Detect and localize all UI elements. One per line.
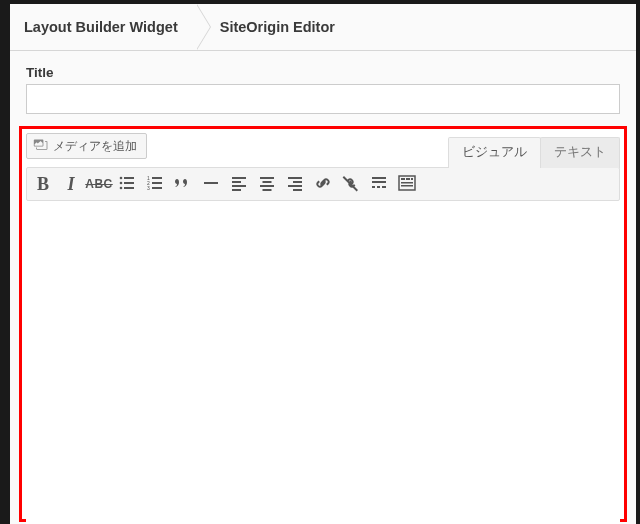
- unlink-icon: [341, 173, 361, 196]
- title-input[interactable]: [26, 84, 620, 114]
- media-icon: [33, 137, 49, 156]
- toolbar-toggle-icon: [397, 173, 417, 196]
- align-center-button[interactable]: [253, 170, 281, 198]
- svg-point-2: [120, 181, 123, 184]
- editor-toolbar: B I ABC 123: [26, 167, 620, 201]
- svg-rect-28: [377, 186, 380, 188]
- editor-highlight-box: メディアを追加 ビジュアル テキスト B I ABC: [19, 126, 627, 522]
- svg-rect-7: [152, 177, 162, 179]
- unlink-button[interactable]: [337, 170, 365, 198]
- svg-rect-5: [124, 187, 134, 189]
- svg-rect-32: [406, 178, 410, 180]
- svg-rect-17: [260, 177, 274, 179]
- svg-point-0: [120, 176, 123, 179]
- breadcrumb-item-siteorigin-editor[interactable]: SiteOrigin Editor: [196, 4, 353, 50]
- svg-rect-24: [293, 189, 302, 191]
- svg-rect-29: [382, 186, 386, 188]
- insert-link-button[interactable]: [309, 170, 337, 198]
- bullet-list-icon: [117, 173, 137, 196]
- editor-mode-tabs: ビジュアル テキスト: [449, 133, 620, 167]
- align-left-icon: [229, 173, 249, 196]
- tab-text[interactable]: テキスト: [540, 137, 620, 168]
- breadcrumb: Layout Builder Widget SiteOrigin Editor: [10, 4, 636, 51]
- svg-rect-33: [411, 178, 413, 180]
- svg-rect-3: [124, 182, 134, 184]
- svg-rect-15: [232, 185, 246, 187]
- breadcrumb-label: Layout Builder Widget: [24, 19, 178, 35]
- svg-rect-16: [232, 189, 241, 191]
- svg-rect-13: [232, 177, 246, 179]
- add-media-button[interactable]: メディアを追加: [26, 133, 147, 159]
- tab-label: ビジュアル: [462, 145, 527, 159]
- blockquote-icon: [173, 173, 193, 196]
- toolbar-toggle-button[interactable]: [393, 170, 421, 198]
- svg-rect-19: [260, 185, 274, 187]
- bold-button[interactable]: B: [29, 170, 57, 198]
- svg-rect-18: [263, 181, 272, 183]
- numbered-list-button[interactable]: 123: [141, 170, 169, 198]
- read-more-icon: [369, 173, 389, 196]
- svg-rect-11: [152, 187, 162, 189]
- svg-rect-23: [288, 185, 302, 187]
- svg-rect-25: [372, 177, 386, 179]
- align-right-icon: [285, 173, 305, 196]
- align-center-icon: [257, 173, 277, 196]
- svg-rect-21: [288, 177, 302, 179]
- breadcrumb-label: SiteOrigin Editor: [220, 19, 335, 35]
- svg-rect-27: [372, 186, 375, 188]
- svg-rect-35: [401, 185, 413, 187]
- bullet-list-button[interactable]: [113, 170, 141, 198]
- svg-rect-22: [293, 181, 302, 183]
- numbered-list-icon: 123: [145, 173, 165, 196]
- svg-rect-26: [372, 181, 386, 183]
- widget-panel: Layout Builder Widget SiteOrigin Editor …: [10, 4, 636, 524]
- panel-body: Title: [10, 51, 636, 126]
- svg-text:3: 3: [147, 185, 150, 191]
- align-right-button[interactable]: [281, 170, 309, 198]
- svg-rect-14: [232, 181, 241, 183]
- horizontal-rule-icon: [201, 173, 221, 196]
- svg-rect-9: [152, 182, 162, 184]
- svg-point-4: [120, 186, 123, 189]
- align-left-button[interactable]: [225, 170, 253, 198]
- horizontal-rule-button[interactable]: [197, 170, 225, 198]
- svg-rect-12: [204, 182, 218, 184]
- italic-button[interactable]: I: [57, 170, 85, 198]
- svg-rect-1: [124, 177, 134, 179]
- svg-rect-20: [263, 189, 272, 191]
- editor-topbar: メディアを追加 ビジュアル テキスト: [26, 133, 620, 167]
- insert-more-button[interactable]: [365, 170, 393, 198]
- svg-rect-31: [401, 178, 405, 180]
- breadcrumb-item-layout-builder[interactable]: Layout Builder Widget: [10, 4, 196, 50]
- editor-content-area[interactable]: [26, 201, 620, 524]
- title-label: Title: [26, 65, 620, 80]
- link-icon: [313, 173, 333, 196]
- tab-visual[interactable]: ビジュアル: [448, 137, 541, 168]
- tab-label: テキスト: [554, 145, 606, 159]
- svg-rect-34: [401, 182, 413, 184]
- add-media-label: メディアを追加: [53, 138, 137, 155]
- blockquote-button[interactable]: [169, 170, 197, 198]
- strikethrough-button[interactable]: ABC: [85, 170, 113, 198]
